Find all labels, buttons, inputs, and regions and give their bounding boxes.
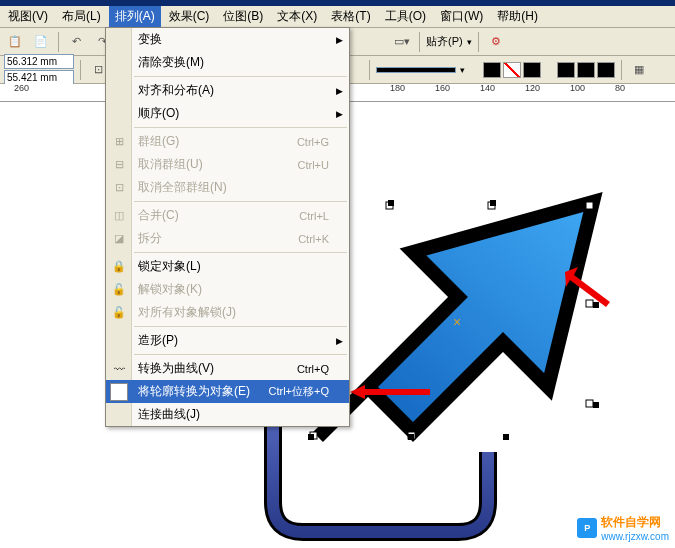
annotation-arrow-1 (350, 382, 430, 402)
arrange-menu-dropdown: 变换▶ 清除变换(M) 对齐和分布(A)▶ 顺序(O)▶ ⊞群组(G)Ctrl+… (105, 27, 350, 427)
ruler-label: 160 (435, 83, 450, 93)
menu-arrange[interactable]: 排列(A) (109, 6, 161, 27)
separator (621, 60, 622, 80)
unlockall-icon: 🔓 (110, 304, 128, 322)
menu-group: ⊞群组(G)Ctrl+G (106, 130, 349, 153)
menu-lock[interactable]: 🔒锁定对象(L) (106, 255, 349, 278)
outline-icon: ◻ (110, 383, 128, 401)
svg-rect-14 (308, 434, 314, 440)
cap-round-icon[interactable] (503, 62, 521, 78)
menu-unlock-all: 🔓对所有对象解锁(J) (106, 301, 349, 324)
submenu-arrow-icon: ▶ (336, 336, 343, 346)
corner-swatches (557, 62, 615, 78)
wrap-icon[interactable]: ▦ (628, 59, 650, 81)
menu-ungroup: ⊟取消群组(U)Ctrl+U (106, 153, 349, 176)
svg-rect-2 (586, 400, 593, 407)
svg-rect-1 (586, 202, 593, 209)
join-miter-icon[interactable] (523, 62, 541, 78)
menu-combine: ◫合并(C)Ctrl+L (106, 204, 349, 227)
menubar: 视图(V) 布局(L) 排列(A) 效果(C) 位图(B) 文本(X) 表格(T… (0, 6, 675, 28)
lock-icon: 🔒 (110, 258, 128, 276)
menu-join-curves[interactable]: 连接曲线(J) (106, 403, 349, 426)
break-icon: ◪ (110, 230, 128, 248)
menu-convert-curves[interactable]: 〰转换为曲线(V)Ctrl+Q (106, 357, 349, 380)
copy-icon[interactable]: 📋 (4, 31, 26, 53)
menu-separator (134, 252, 347, 253)
corner-icon[interactable] (597, 62, 615, 78)
menu-separator (134, 354, 347, 355)
submenu-arrow-icon: ▶ (336, 35, 343, 45)
watermark: P 软件自学网 www.rjzxw.com (577, 514, 669, 542)
center-marker: × (453, 314, 461, 330)
group-icon: ⊞ (110, 133, 128, 151)
snap-label[interactable]: 贴齐(P) (426, 34, 463, 49)
menu-window[interactable]: 窗口(W) (434, 6, 489, 27)
menu-shaping[interactable]: 造形(P)▶ (106, 329, 349, 352)
svg-rect-13 (593, 402, 599, 408)
dropdown-icon[interactable]: ▭▾ (391, 31, 413, 53)
corner-icon[interactable] (557, 62, 575, 78)
watermark-name: 软件自学网 (601, 515, 661, 529)
line-style-swatches (483, 62, 541, 78)
menu-separator (134, 326, 347, 327)
options-icon[interactable]: ⚙ (485, 31, 507, 53)
chevron-down-icon[interactable]: ▾ (460, 65, 465, 75)
separator (478, 32, 479, 52)
svg-rect-16 (503, 434, 509, 440)
svg-marker-18 (350, 385, 430, 399)
menu-table[interactable]: 表格(T) (325, 6, 376, 27)
ungroupall-icon: ⊡ (110, 179, 128, 197)
menu-separator (134, 76, 347, 77)
menu-align-distribute[interactable]: 对齐和分布(A)▶ (106, 79, 349, 102)
ruler-label: 100 (570, 83, 585, 93)
undo-icon[interactable]: ↶ (65, 31, 87, 53)
menu-clear-transform[interactable]: 清除变换(M) (106, 51, 349, 74)
ruler-label: 80 (615, 83, 625, 93)
svg-rect-15 (408, 434, 414, 440)
svg-marker-19 (565, 267, 610, 307)
submenu-arrow-icon: ▶ (336, 109, 343, 119)
paste-icon[interactable]: 📄 (30, 31, 52, 53)
corner-icon[interactable] (577, 62, 595, 78)
ruler-label: 120 (525, 83, 540, 93)
separator (80, 60, 81, 80)
svg-rect-11 (593, 200, 599, 206)
menu-layout[interactable]: 布局(L) (56, 6, 107, 27)
menu-transform[interactable]: 变换▶ (106, 28, 349, 51)
menu-ungroup-all: ⊡取消全部群组(N) (106, 176, 349, 199)
menu-view[interactable]: 视图(V) (2, 6, 54, 27)
annotation-arrow-2 (560, 267, 610, 307)
ruler-label: 140 (480, 83, 495, 93)
submenu-arrow-icon: ▶ (336, 86, 343, 96)
chevron-down-icon[interactable]: ▾ (467, 37, 472, 47)
separator (58, 32, 59, 52)
menu-effects[interactable]: 效果(C) (163, 6, 216, 27)
menu-text[interactable]: 文本(X) (271, 6, 323, 27)
cap-square-icon[interactable] (483, 62, 501, 78)
menu-bitmap[interactable]: 位图(B) (217, 6, 269, 27)
svg-rect-10 (490, 200, 496, 206)
unlock-icon: 🔓 (110, 281, 128, 299)
menu-separator (134, 201, 347, 202)
ruler-label: 180 (390, 83, 405, 93)
svg-rect-9 (388, 200, 394, 206)
separator (419, 32, 420, 52)
dimensions (4, 54, 74, 85)
menu-unlock: 🔓解锁对象(K) (106, 278, 349, 301)
logo-icon: P (577, 518, 597, 538)
menu-separator (134, 127, 347, 128)
curve-icon: 〰 (110, 360, 128, 378)
separator (369, 60, 370, 80)
width-input[interactable] (4, 54, 74, 69)
menu-help[interactable]: 帮助(H) (491, 6, 544, 27)
outline-width[interactable] (376, 67, 456, 73)
menu-order[interactable]: 顺序(O)▶ (106, 102, 349, 125)
menu-tools[interactable]: 工具(O) (379, 6, 432, 27)
ungroup-icon: ⊟ (110, 156, 128, 174)
combine-icon: ◫ (110, 207, 128, 225)
ruler-label: 260 (14, 83, 29, 93)
menu-break-apart: ◪拆分Ctrl+K (106, 227, 349, 250)
watermark-url: www.rjzxw.com (601, 531, 669, 542)
menu-outline-to-object[interactable]: ◻将轮廓转换为对象(E)Ctrl+位移+Q (106, 380, 349, 403)
